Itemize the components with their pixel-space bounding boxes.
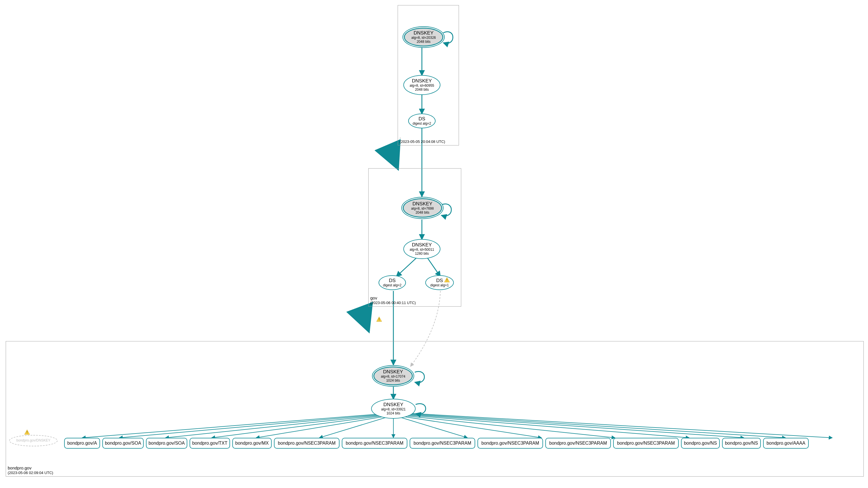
svg-rect-3 [379, 320, 379, 321]
node-line2: 2048 bits [415, 211, 430, 215]
zone-root-label: . (2023-05-05 20:04:08 UTC) [400, 134, 445, 144]
rrset-node[interactable]: bondpro.gov/SOA [146, 438, 187, 449]
zone-gov-name: gov [370, 295, 416, 300]
node-title: DS [389, 278, 396, 284]
node-line2: 2048 bits [415, 88, 429, 92]
node-line2: 1280 bits [415, 252, 429, 256]
rrset-node[interactable]: bondpro.gov/NSEC3PARAM [613, 438, 679, 449]
node-root-ksk[interactable]: DNSKEY alg=8, id=20326 2048 bits [403, 26, 445, 48]
rrset-node[interactable]: bondpro.gov/NS [681, 438, 720, 449]
rrset-node[interactable]: bondpro.gov/NSEC3PARAM [477, 438, 543, 449]
rrset-node[interactable]: bondpro.gov/SOA [102, 438, 144, 449]
svg-rect-4 [27, 431, 27, 433]
rrset-node[interactable]: bondpro.gov/TXT [190, 438, 230, 449]
rrset-node[interactable]: bondpro.gov/NSEC3PARAM [342, 438, 407, 449]
node-title: DNSKEY [383, 369, 403, 375]
rrset-node[interactable]: bondpro.gov/MX [232, 438, 272, 449]
zone-domain-name: bondpro.gov [8, 465, 53, 470]
svg-rect-0 [447, 279, 447, 281]
node-title: DS [418, 116, 425, 122]
svg-rect-1 [447, 281, 447, 282]
node-gov-zsk[interactable]: DNSKEY alg=8, id=50011 1280 bits [403, 239, 440, 259]
node-gov-ksk[interactable]: DNSKEY alg=8, id=7698 2048 bits [401, 197, 443, 219]
zone-gov-timestamp: (2023-05-06 00:40:11 UTC) [370, 300, 416, 305]
node-line1: digest alg=2 [383, 284, 401, 287]
node-title: DS [436, 278, 443, 284]
node-root-ds[interactable]: DS digest alg=2 [408, 114, 436, 128]
node-line1: alg=8, id=60955 [410, 84, 434, 88]
node-title: DNSKEY [414, 30, 434, 36]
rrset-node[interactable]: bondpro.gov/NSEC3PARAM [274, 438, 340, 449]
zone-root-timestamp: (2023-05-05 20:04:08 UTC) [400, 140, 445, 144]
node-line1: alg=8, id=7698 [411, 207, 434, 211]
warning-icon [376, 317, 382, 322]
zone-domain: bondpro.gov (2023-05-06 02:09:04 UTC) [6, 341, 864, 477]
node-domain-zsk[interactable]: DNSKEY alg=8, id=33921 1024 bits [371, 399, 415, 419]
zone-domain-label: bondpro.gov (2023-05-06 02:09:04 UTC) [8, 465, 53, 475]
svg-rect-2 [379, 318, 379, 320]
node-domain-missing-dnskey[interactable]: bondpro.gov/DNSKEY [9, 435, 58, 447]
node-line2: 1024 bits [386, 411, 401, 415]
node-line1: alg=8, id=17074 [381, 375, 405, 379]
node-line1: digest alg=2 [412, 122, 431, 126]
rrset-node[interactable]: bondpro.gov/NSEC3PARAM [545, 438, 611, 449]
node-root-zsk[interactable]: DNSKEY alg=8, id=60955 2048 bits [403, 75, 440, 95]
node-line1: digest alg=1 [430, 284, 449, 287]
warning-icon [444, 277, 450, 282]
zone-gov-label: gov (2023-05-06 00:40:11 UTC) [370, 295, 416, 305]
node-line1: alg=8, id=20326 [411, 36, 436, 40]
rrset-node[interactable]: bondpro.gov/NSEC3PARAM [410, 438, 475, 449]
warning-icon [24, 430, 30, 435]
node-domain-ksk[interactable]: DNSKEY alg=8, id=17074 1024 bits [372, 365, 414, 387]
rrset-node[interactable]: bondpro.gov/AAAA [763, 438, 809, 449]
node-title: DNSKEY [383, 402, 403, 408]
zone-domain-timestamp: (2023-05-06 02:09:04 UTC) [8, 470, 53, 475]
node-title: DNSKEY [412, 201, 432, 207]
node-line2: 1024 bits [386, 379, 400, 383]
rrset-node[interactable]: bondpro.gov/NS [722, 438, 761, 449]
svg-rect-5 [27, 433, 27, 434]
node-title: DNSKEY [412, 78, 432, 84]
node-line1: alg=8, id=50011 [410, 248, 434, 252]
node-gov-ds-1[interactable]: DS digest alg=2 [378, 275, 406, 290]
node-line2: 2048 bits [417, 40, 431, 44]
node-title: bondpro.gov/DNSKEY [16, 439, 50, 443]
rrset-node[interactable]: bondpro.gov/A [64, 438, 100, 449]
zone-root-name: . [400, 134, 445, 140]
node-line1: alg=8, id=33921 [381, 408, 406, 411]
node-title: DNSKEY [412, 242, 432, 248]
